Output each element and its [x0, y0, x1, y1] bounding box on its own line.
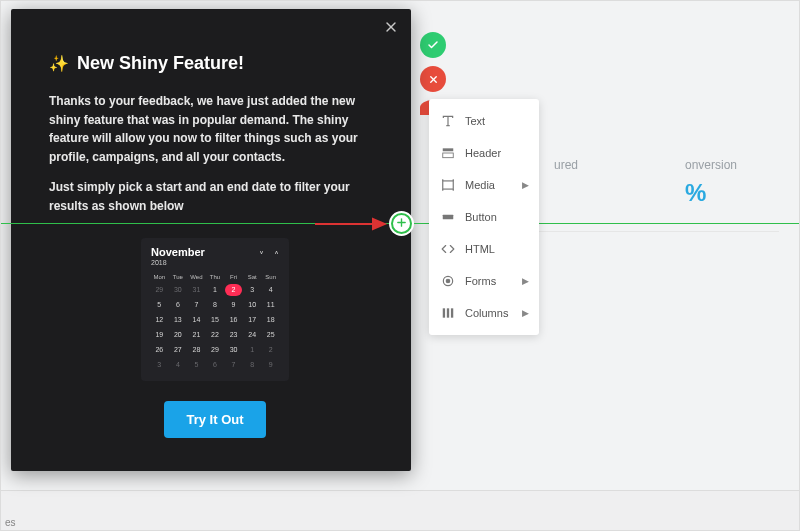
calendar-dow: Wed [188, 274, 205, 280]
calendar-day[interactable]: 2 [225, 284, 242, 296]
panel-label: Text [465, 115, 485, 127]
cancel-button[interactable] [420, 66, 446, 92]
panel-item-columns[interactable]: Columns ▶ [429, 297, 539, 329]
panel-item-button[interactable]: Button [429, 201, 539, 233]
calendar-prev[interactable]: ˅ [259, 250, 264, 261]
button-icon [441, 210, 455, 224]
panel-label: HTML [465, 243, 495, 255]
panel-label: Header [465, 147, 501, 159]
panel-label: Columns [465, 307, 508, 319]
modal-paragraph-2: Just simply pick a start and an end date… [49, 178, 381, 215]
block-insert-panel: Text Header Media ▶ Button HTML Forms ▶ … [429, 99, 539, 335]
svg-rect-15 [447, 308, 449, 317]
calendar-day[interactable]: 5 [151, 299, 168, 311]
try-it-out-button[interactable]: Try It Out [164, 401, 265, 438]
calendar-next[interactable]: ˄ [274, 250, 279, 261]
svg-rect-11 [443, 215, 454, 220]
annotation-arrow [313, 212, 395, 236]
calendar-day[interactable]: 11 [262, 299, 279, 311]
calendar-day[interactable]: 20 [170, 329, 187, 341]
calendar-day[interactable]: 18 [262, 314, 279, 326]
metric-value-conversion: % [685, 179, 706, 207]
columns-icon [441, 306, 455, 320]
calendar-day[interactable]: 4 [262, 284, 279, 296]
calendar-day[interactable]: 3 [244, 284, 261, 296]
calendar-day[interactable]: 29 [207, 344, 224, 356]
html-icon [441, 242, 455, 256]
media-icon [441, 178, 455, 192]
calendar-day[interactable]: 28 [188, 344, 205, 356]
calendar-day[interactable]: 8 [244, 359, 261, 371]
svg-rect-4 [443, 148, 454, 151]
calendar-dow-row: MonTueWedThuFriSatSun [151, 274, 279, 280]
svg-point-13 [446, 279, 450, 283]
calendar-day[interactable]: 8 [207, 299, 224, 311]
calendar-day[interactable]: 13 [170, 314, 187, 326]
calendar-day[interactable]: 7 [188, 299, 205, 311]
calendar-day[interactable]: 17 [244, 314, 261, 326]
calendar-day[interactable]: 29 [151, 284, 168, 296]
panel-label: Button [465, 211, 497, 223]
calendar-day[interactable]: 3 [151, 359, 168, 371]
bottom-tab: es [1, 515, 24, 530]
calendar-day[interactable]: 25 [262, 329, 279, 341]
calendar-day[interactable]: 9 [262, 359, 279, 371]
calendar-day[interactable]: 6 [207, 359, 224, 371]
modal-paragraph-1: Thanks to your feedback, we have just ad… [49, 92, 381, 166]
calendar-year: 2018 [151, 259, 205, 266]
svg-rect-6 [443, 181, 454, 189]
metric-label-conversion: onversion [685, 158, 737, 172]
calendar-day[interactable]: 1 [207, 284, 224, 296]
svg-rect-14 [443, 308, 445, 317]
calendar-day[interactable]: 7 [225, 359, 242, 371]
calendar-day[interactable]: 4 [170, 359, 187, 371]
text-icon [441, 114, 455, 128]
calendar-day[interactable]: 15 [207, 314, 224, 326]
calendar-day[interactable]: 16 [225, 314, 242, 326]
calendar-day[interactable]: 6 [170, 299, 187, 311]
calendar-dow: Tue [170, 274, 187, 280]
calendar-day[interactable]: 9 [225, 299, 242, 311]
calendar-day[interactable]: 27 [170, 344, 187, 356]
calendar-day[interactable]: 5 [188, 359, 205, 371]
chevron-right-icon: ▶ [522, 308, 529, 318]
calendar-day[interactable]: 19 [151, 329, 168, 341]
panel-item-text[interactable]: Text [429, 105, 539, 137]
calendar-dow: Sat [244, 274, 261, 280]
modal-title: ✨ New Shiny Feature! [49, 53, 381, 74]
chevron-right-icon: ▶ [522, 276, 529, 286]
metric-label-captured: ured [554, 158, 578, 172]
calendar-dow: Mon [151, 274, 168, 280]
panel-item-header[interactable]: Header [429, 137, 539, 169]
calendar-day[interactable]: 30 [225, 344, 242, 356]
calendar-day[interactable]: 24 [244, 329, 261, 341]
calendar-day[interactable]: 22 [207, 329, 224, 341]
calendar-day[interactable]: 10 [244, 299, 261, 311]
panel-item-media[interactable]: Media ▶ [429, 169, 539, 201]
calendar-day[interactable]: 21 [188, 329, 205, 341]
modal-title-text: New Shiny Feature! [77, 53, 244, 74]
panel-label: Media [465, 179, 495, 191]
header-icon [441, 146, 455, 160]
calendar-day[interactable]: 30 [170, 284, 187, 296]
bottom-bar [1, 490, 799, 530]
plus-icon [396, 217, 407, 230]
calendar-day[interactable]: 14 [188, 314, 205, 326]
calendar-dow: Fri [225, 274, 242, 280]
calendar-day[interactable]: 31 [188, 284, 205, 296]
forms-icon [441, 274, 455, 288]
panel-item-forms[interactable]: Forms ▶ [429, 265, 539, 297]
calendar-day[interactable]: 12 [151, 314, 168, 326]
calendar-day[interactable]: 2 [262, 344, 279, 356]
confirm-button[interactable] [420, 32, 446, 58]
insert-handle[interactable] [391, 213, 412, 234]
calendar-days-grid: 2930311234567891011121314151617181920212… [151, 284, 279, 371]
calendar-day[interactable]: 23 [225, 329, 242, 341]
chevron-right-icon: ▶ [522, 180, 529, 190]
panel-item-html[interactable]: HTML [429, 233, 539, 265]
calendar-dow: Thu [207, 274, 224, 280]
calendar-day[interactable]: 26 [151, 344, 168, 356]
panel-label: Forms [465, 275, 496, 287]
calendar-day[interactable]: 1 [244, 344, 261, 356]
close-button[interactable] [383, 19, 399, 39]
